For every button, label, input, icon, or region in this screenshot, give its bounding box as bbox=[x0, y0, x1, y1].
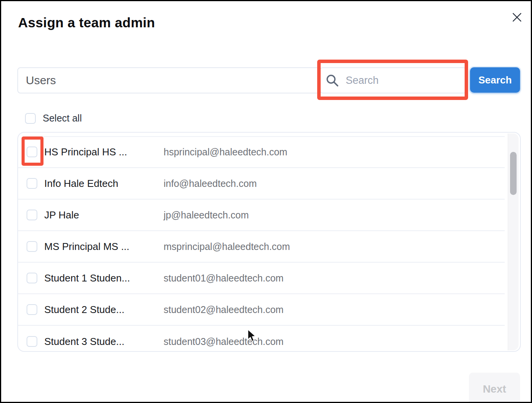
user-row[interactable]: Info Hale Edtech info@haleedtech.com bbox=[18, 168, 505, 200]
user-name: Student 2 Stude... bbox=[44, 304, 164, 316]
user-rows: HS Principal HS ... hsprincipal@haleedte… bbox=[18, 137, 505, 352]
user-name: MS Principal MS ... bbox=[44, 241, 164, 253]
user-row[interactable]: JP Hale jp@haleedtech.com bbox=[18, 200, 505, 231]
user-email: jp@haleedtech.com bbox=[164, 210, 249, 221]
close-icon bbox=[511, 18, 523, 24]
search-field-wrap bbox=[320, 67, 467, 93]
user-email: info@haleedtech.com bbox=[164, 178, 257, 189]
user-checkbox[interactable] bbox=[27, 273, 37, 283]
user-email: student02@haleedtech.com bbox=[164, 304, 284, 315]
user-row[interactable]: Student 3 Stude... student03@haleedtech.… bbox=[18, 326, 505, 352]
select-all-label: Select all bbox=[43, 113, 82, 124]
user-checkbox[interactable] bbox=[27, 147, 37, 157]
search-input[interactable] bbox=[320, 67, 467, 93]
scrollbar-track[interactable] bbox=[508, 133, 519, 350]
next-button[interactable]: Next bbox=[469, 373, 520, 403]
search-button[interactable]: Search bbox=[470, 67, 520, 93]
user-list: HS Principal HS ... hsprincipal@haleedte… bbox=[17, 132, 521, 352]
user-row[interactable]: Student 1 Studen... student01@haleedtech… bbox=[18, 263, 505, 294]
close-button[interactable] bbox=[510, 11, 524, 24]
user-name: HS Principal HS ... bbox=[44, 146, 164, 158]
user-name: Info Hale Edtech bbox=[44, 178, 164, 190]
user-checkbox[interactable] bbox=[27, 178, 37, 189]
user-email: msprincipal@haleedtech.com bbox=[164, 241, 290, 252]
user-name: JP Hale bbox=[44, 209, 164, 221]
user-checkbox[interactable] bbox=[27, 304, 37, 315]
user-row[interactable]: MS Principal MS ... msprincipal@haleedte… bbox=[18, 231, 505, 263]
user-name: Student 3 Stude... bbox=[44, 336, 164, 348]
user-email: student03@haleedtech.com bbox=[164, 336, 284, 347]
user-checkbox[interactable] bbox=[27, 210, 37, 220]
user-name: Student 1 Studen... bbox=[44, 272, 164, 284]
select-all-checkbox[interactable] bbox=[25, 113, 36, 124]
select-all-row: Select all bbox=[25, 113, 82, 124]
assign-team-admin-modal: Assign a team admin Search Select all bbox=[0, 0, 532, 403]
user-checkbox[interactable] bbox=[27, 336, 37, 347]
user-checkbox[interactable] bbox=[27, 241, 37, 252]
users-field[interactable] bbox=[17, 67, 320, 93]
user-row[interactable]: Student 2 Stude... student02@haleedtech.… bbox=[18, 294, 505, 326]
user-email: hsprincipal@haleedtech.com bbox=[164, 147, 287, 158]
user-email: student01@haleedtech.com bbox=[164, 273, 284, 284]
modal-title: Assign a team admin bbox=[18, 15, 155, 30]
user-row[interactable]: HS Principal HS ... hsprincipal@haleedte… bbox=[18, 137, 505, 168]
scrollbar-thumb[interactable] bbox=[510, 152, 517, 195]
